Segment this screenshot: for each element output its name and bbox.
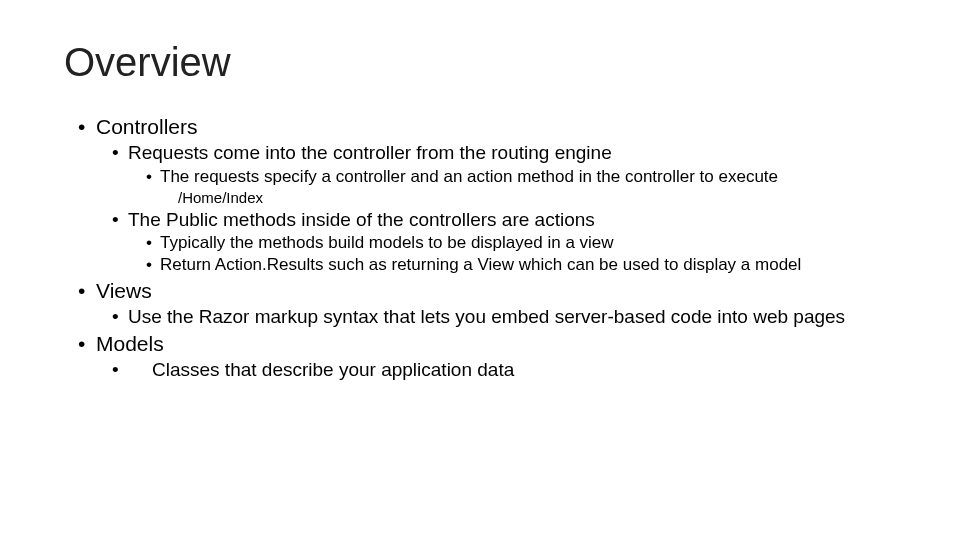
bullet-views-razor: Use the Razor markup syntax that lets yo…: [112, 305, 900, 330]
bullet-models-classes: Classes that describe your application d…: [112, 358, 900, 383]
slide-title: Overview: [64, 40, 900, 85]
bullet-views: Views: [78, 277, 900, 305]
bullet-controllers: Controllers: [78, 113, 900, 141]
bullet-controllers-build-models: Typically the methods build models to be…: [146, 232, 900, 254]
bullet-controllers-public-methods: The Public methods inside of the control…: [112, 208, 900, 233]
bullet-controllers-requests: Requests come into the controller from t…: [112, 141, 900, 166]
bullet-models: Models: [78, 330, 900, 358]
bullet-controllers-requests-detail: The requests specify a controller and an…: [146, 166, 900, 188]
bullet-controllers-route-example: /Home/Index: [178, 188, 900, 208]
bullet-controllers-action-results: Return Action.Results such as returning …: [146, 254, 900, 276]
